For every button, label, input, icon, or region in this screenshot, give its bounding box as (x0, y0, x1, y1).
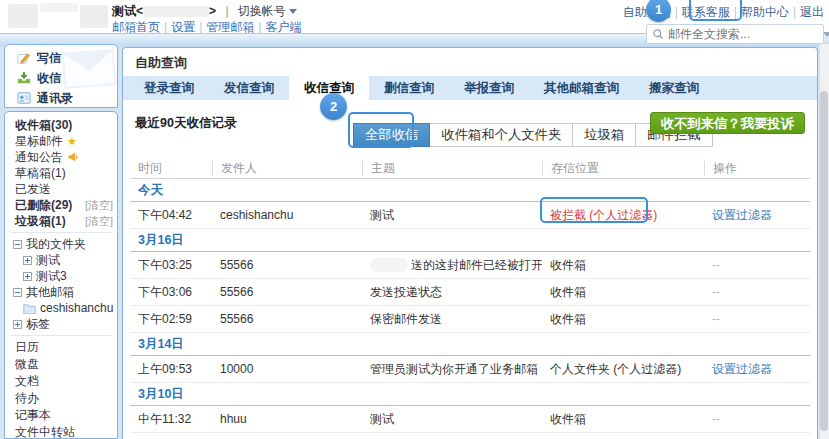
empty-folder-link[interactable]: [清空] (85, 214, 113, 229)
column-header-1: 发件人 (212, 161, 362, 176)
sidebar-tree-item-5[interactable]: 标签 (5, 316, 117, 332)
cell-sender: 10000 (212, 362, 362, 376)
table-row[interactable]: 下午03:2555566送的这封邮件已经被打开.收件箱-- (130, 252, 810, 279)
sidebar-app-0[interactable]: 日历 (5, 339, 117, 356)
sidebar-folder-6[interactable]: 垃圾箱(1)[清空] (5, 213, 117, 229)
nav-link-0[interactable]: 邮箱首页 (112, 20, 160, 34)
tab-1[interactable]: 发信查询 (209, 76, 289, 100)
tab-3[interactable]: 删信查询 (369, 76, 449, 100)
search-dropdown-caret-icon[interactable] (823, 32, 829, 37)
chevron-down-icon (289, 9, 297, 14)
search-input[interactable] (668, 27, 823, 41)
account-info: 测试<> | 切换帐号 (112, 3, 297, 20)
sidebar-action-label: 收信 (37, 70, 61, 87)
horn-icon (67, 151, 79, 163)
compose-icon (17, 51, 31, 65)
vertical-scrollbar[interactable] (819, 44, 829, 439)
sidebar-folder-0[interactable]: 收件箱(30) (5, 117, 117, 133)
separator: | (675, 5, 678, 19)
empty-folder-link[interactable]: [清空] (85, 198, 113, 213)
collapse-icon[interactable] (13, 288, 22, 297)
sidebar-action-1[interactable]: 收信 (5, 68, 117, 88)
filter-button-0[interactable]: 全部收信 (353, 123, 430, 147)
cell-time: 下午03:25 (130, 257, 212, 274)
expand-icon[interactable] (23, 256, 32, 265)
table-row[interactable]: 中午11:27hhuu测试收件箱-- (130, 433, 810, 439)
cell-action: 设置过滤器 (704, 207, 810, 224)
search-box[interactable] (646, 24, 824, 44)
divider (11, 232, 111, 233)
cell-time: 下午04:42 (130, 207, 212, 224)
switch-account-link[interactable]: 切换帐号 (238, 4, 286, 18)
expand-icon[interactable] (23, 272, 32, 281)
tree-item-label: ceshishanchu (40, 301, 113, 315)
separator: | (258, 20, 261, 34)
sidebar-tree-item-0[interactable]: 我的文件夹 (5, 236, 117, 252)
cell-sender: 55566 (212, 285, 362, 299)
folder-label-text: 收件箱(30) (15, 117, 72, 134)
account-name: 测试< (112, 4, 143, 18)
redacted-brand-text (40, 3, 78, 12)
filter-button-2[interactable]: 垃圾箱 (573, 123, 636, 147)
tab-0[interactable]: 登录查询 (129, 76, 209, 100)
account-bracket: > (209, 4, 216, 18)
sidebar-action-0[interactable]: 写信 (5, 48, 117, 68)
tree-item-label: 我的文件夹 (26, 236, 86, 253)
top-link-1[interactable]: 联系客服 (682, 5, 730, 19)
sidebar-tree-item-3[interactable]: 其他邮箱 (5, 284, 117, 300)
sidebar-folder-1[interactable]: 星标邮件★ (5, 133, 117, 149)
folder-label: 星标邮件★ (15, 133, 77, 150)
sidebar-folder-5[interactable]: 已删除(29)[清空] (5, 197, 117, 213)
table-row[interactable]: 上午09:5310000管理员测试为你开通了业务邮箱个人文件夹 (个人过滤器)设… (130, 356, 810, 383)
set-filter-link[interactable]: 设置过滤器 (712, 208, 772, 222)
table-row[interactable]: 下午03:0655566发送投递状态收件箱-- (130, 279, 810, 306)
top-link-2[interactable]: 帮助中心 (741, 5, 789, 19)
redacted-logo-2 (80, 5, 108, 28)
expand-icon[interactable] (13, 320, 22, 329)
cell-action: -- (704, 285, 810, 299)
tab-5[interactable]: 其他邮箱查询 (529, 76, 634, 100)
complain-button[interactable]: 收不到来信？我要投诉 (650, 112, 805, 134)
filter-button-1[interactable]: 收件箱和个人文件夹 (430, 123, 573, 147)
column-header-2: 主题 (362, 161, 542, 176)
contacts-icon (17, 91, 31, 105)
cell-sender: 55566 (212, 258, 362, 272)
cell-location: 收件箱 (542, 257, 704, 274)
set-filter-link[interactable]: 设置过滤器 (712, 362, 772, 376)
sidebar-actions-panel: 写信收信通讯录 (4, 44, 118, 108)
table-row[interactable]: 中午11:32hhuu测试收件箱-- (130, 406, 810, 433)
tab-4[interactable]: 举报查询 (449, 76, 529, 100)
tab-6[interactable]: 搬家查询 (634, 76, 714, 100)
folder-icon (23, 303, 36, 314)
sidebar-action-2[interactable]: 通讯录 (5, 88, 117, 108)
sidebar-folder-2[interactable]: 通知公告 (5, 149, 117, 165)
nav-link-2[interactable]: 管理邮箱 (206, 20, 254, 34)
cell-subject: 送的这封邮件已经被打开. (362, 257, 542, 274)
sidebar-folder-4[interactable]: 已发送 (5, 181, 117, 197)
folder-label: 已发送 (15, 181, 51, 198)
sidebar-tree-item-2[interactable]: 测试3 (5, 268, 117, 284)
sidebar-app-1[interactable]: 微盘 (5, 356, 117, 373)
sidebar-app-4[interactable]: 记事本 (5, 407, 117, 424)
table-row[interactable]: 下午04:42ceshishanchu测试被拦截 (个人过滤器)设置过滤器 (130, 202, 810, 229)
nav-link-1[interactable]: 设置 (171, 20, 195, 34)
no-action-text: -- (712, 258, 720, 272)
sidebar-tree-item-1[interactable]: 测试 (5, 252, 117, 268)
sidebar-app-2[interactable]: 文档 (5, 373, 117, 390)
folder-label: 已删除(29) (15, 197, 72, 214)
separator: | (225, 4, 228, 18)
sidebar-folder-3[interactable]: 草稿箱(1) (5, 165, 117, 181)
sidebar-app-3[interactable]: 待办 (5, 390, 117, 407)
table-row[interactable]: 下午02:5955566保密邮件发送收件箱-- (130, 306, 810, 333)
search-icon (652, 28, 664, 40)
sidebar-app-5[interactable]: 文件中转站 (5, 424, 117, 439)
nav-link-3[interactable]: 客户端 (265, 20, 301, 34)
top-link-3[interactable]: 退出 (800, 5, 824, 19)
folder-label: 垃圾箱(1) (15, 213, 66, 230)
sidebar-tree-item-4[interactable]: ceshishanchu (5, 300, 117, 316)
query-tab-bar: 登录查询发信查询收信查询删信查询举报查询其他邮箱查询搬家查询 (123, 76, 817, 100)
collapse-icon[interactable] (13, 240, 22, 249)
cell-subject: 测试 (362, 411, 542, 428)
scrollbar-thumb[interactable] (820, 91, 828, 431)
column-header-4: 操作 (704, 161, 810, 176)
